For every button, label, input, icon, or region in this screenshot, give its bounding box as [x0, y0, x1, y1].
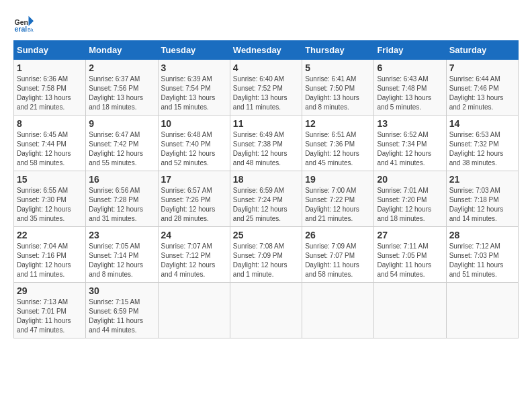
day-number: 10 [161, 118, 227, 129]
day-number: 6 [377, 62, 443, 73]
day-number: 2 [89, 62, 154, 73]
calendar-cell [374, 283, 446, 338]
day-number: 16 [89, 174, 154, 185]
calendar-cell: 13Sunrise: 6:52 AMSunset: 7:34 PMDayligh… [374, 116, 446, 171]
calendar-cell: 10Sunrise: 6:48 AMSunset: 7:40 PMDayligh… [158, 116, 230, 171]
day-number: 29 [17, 285, 83, 296]
calendar-cell: 7Sunrise: 6:44 AMSunset: 7:46 PMDaylight… [446, 60, 518, 116]
day-number: 19 [305, 174, 371, 185]
day-info: Sunrise: 6:51 AMSunset: 7:36 PMDaylight:… [305, 131, 359, 167]
day-info: Sunrise: 7:07 AMSunset: 7:12 PMDaylight:… [161, 242, 216, 278]
day-number: 7 [449, 62, 515, 73]
day-info: Sunrise: 7:03 AMSunset: 7:18 PMDaylight:… [449, 187, 504, 222]
calendar-cell: 30Sunrise: 7:15 AMSunset: 6:59 PMDayligh… [86, 283, 158, 338]
day-number: 30 [89, 285, 154, 296]
calendar-cell: 5Sunrise: 6:41 AMSunset: 7:50 PMDaylight… [302, 60, 374, 116]
day-number: 13 [377, 118, 443, 129]
day-info: Sunrise: 7:13 AMSunset: 7:01 PMDaylight:… [17, 298, 71, 334]
day-number: 28 [449, 230, 515, 240]
calendar-cell: 8Sunrise: 6:45 AMSunset: 7:44 PMDaylight… [14, 116, 86, 171]
header-thursday: Thursday [302, 41, 374, 60]
calendar-cell: 15Sunrise: 6:55 AMSunset: 7:30 PMDayligh… [14, 171, 86, 227]
calendar-cell: 27Sunrise: 7:11 AMSunset: 7:05 PMDayligh… [374, 227, 446, 283]
day-info: Sunrise: 6:48 AMSunset: 7:40 PMDaylight:… [161, 131, 216, 167]
day-info: Sunrise: 6:53 AMSunset: 7:32 PMDaylight:… [449, 131, 504, 167]
calendar-cell: 18Sunrise: 6:59 AMSunset: 7:24 PMDayligh… [230, 171, 302, 227]
day-info: Sunrise: 6:43 AMSunset: 7:48 PMDaylight:… [377, 75, 431, 111]
calendar-cell: 11Sunrise: 6:49 AMSunset: 7:38 PMDayligh… [230, 116, 302, 171]
day-number: 20 [377, 174, 443, 185]
calendar-cell: 4Sunrise: 6:40 AMSunset: 7:52 PMDaylight… [230, 60, 302, 116]
day-info: Sunrise: 6:55 AMSunset: 7:30 PMDaylight:… [17, 187, 71, 222]
day-info: Sunrise: 6:49 AMSunset: 7:38 PMDaylight:… [233, 131, 287, 167]
calendar-cell: 14Sunrise: 6:53 AMSunset: 7:32 PMDayligh… [446, 116, 518, 171]
calendar-cell: 1Sunrise: 6:36 AMSunset: 7:58 PMDaylight… [14, 60, 86, 116]
svg-marker-2 [29, 16, 34, 26]
day-info: Sunrise: 6:44 AMSunset: 7:46 PMDaylight:… [449, 75, 504, 111]
day-number: 3 [161, 62, 227, 73]
calendar-cell: 29Sunrise: 7:13 AMSunset: 7:01 PMDayligh… [14, 283, 86, 338]
day-info: Sunrise: 7:04 AMSunset: 7:16 PMDaylight:… [17, 242, 71, 278]
day-number: 24 [161, 230, 227, 240]
calendar-cell: 16Sunrise: 6:56 AMSunset: 7:28 PMDayligh… [86, 171, 158, 227]
day-info: Sunrise: 7:15 AMSunset: 6:59 PMDaylight:… [89, 298, 143, 334]
calendar-cell: 26Sunrise: 7:09 AMSunset: 7:07 PMDayligh… [302, 227, 374, 283]
calendar-cell: 25Sunrise: 7:08 AMSunset: 7:09 PMDayligh… [230, 227, 302, 283]
calendar-cell: 3Sunrise: 6:39 AMSunset: 7:54 PMDaylight… [158, 60, 230, 116]
header-friday: Friday [374, 41, 446, 60]
day-number: 23 [89, 230, 154, 240]
day-info: Sunrise: 6:39 AMSunset: 7:54 PMDaylight:… [161, 75, 216, 111]
calendar-cell: 17Sunrise: 6:57 AMSunset: 7:26 PMDayligh… [158, 171, 230, 227]
day-info: Sunrise: 6:47 AMSunset: 7:42 PMDaylight:… [89, 131, 143, 167]
calendar-table: SundayMondayTuesdayWednesdayThursdayFrid… [13, 40, 519, 338]
day-info: Sunrise: 6:59 AMSunset: 7:24 PMDaylight:… [233, 187, 287, 222]
day-number: 12 [305, 118, 371, 129]
day-number: 4 [233, 62, 299, 73]
logo-icon: Gen eral Blue [13, 13, 34, 34]
calendar-week-row: 22Sunrise: 7:04 AMSunset: 7:16 PMDayligh… [14, 227, 519, 283]
calendar-week-row: 15Sunrise: 6:55 AMSunset: 7:30 PMDayligh… [14, 171, 519, 227]
day-info: Sunrise: 7:11 AMSunset: 7:05 PMDaylight:… [377, 242, 431, 278]
svg-text:eral: eral [15, 25, 28, 33]
calendar-cell: 6Sunrise: 6:43 AMSunset: 7:48 PMDaylight… [374, 60, 446, 116]
day-info: Sunrise: 7:09 AMSunset: 7:07 PMDaylight:… [305, 242, 359, 278]
day-info: Sunrise: 7:05 AMSunset: 7:14 PMDaylight:… [89, 242, 143, 278]
day-info: Sunrise: 7:12 AMSunset: 7:03 PMDaylight:… [449, 242, 504, 278]
calendar-cell: 21Sunrise: 7:03 AMSunset: 7:18 PMDayligh… [446, 171, 518, 227]
day-info: Sunrise: 6:41 AMSunset: 7:50 PMDaylight:… [305, 75, 359, 111]
day-info: Sunrise: 7:08 AMSunset: 7:09 PMDaylight:… [233, 242, 287, 278]
day-info: Sunrise: 6:37 AMSunset: 7:56 PMDaylight:… [89, 75, 143, 111]
day-number: 11 [233, 118, 299, 129]
header-saturday: Saturday [446, 41, 518, 60]
calendar-cell [158, 283, 230, 338]
header-wednesday: Wednesday [230, 41, 302, 60]
day-info: Sunrise: 7:00 AMSunset: 7:22 PMDaylight:… [305, 187, 359, 222]
day-info: Sunrise: 7:01 AMSunset: 7:20 PMDaylight:… [377, 187, 431, 222]
svg-text:Blue: Blue [28, 27, 34, 33]
day-info: Sunrise: 6:56 AMSunset: 7:28 PMDaylight:… [89, 187, 143, 222]
logo: Gen eral Blue [13, 13, 36, 34]
calendar-week-row: 29Sunrise: 7:13 AMSunset: 7:01 PMDayligh… [14, 283, 519, 338]
day-number: 14 [449, 118, 515, 129]
calendar-cell [302, 283, 374, 338]
day-number: 8 [17, 118, 83, 129]
calendar-cell: 23Sunrise: 7:05 AMSunset: 7:14 PMDayligh… [86, 227, 158, 283]
day-number: 26 [305, 230, 371, 240]
day-info: Sunrise: 6:52 AMSunset: 7:34 PMDaylight:… [377, 131, 431, 167]
day-info: Sunrise: 6:45 AMSunset: 7:44 PMDaylight:… [17, 131, 71, 167]
day-info: Sunrise: 6:57 AMSunset: 7:26 PMDaylight:… [161, 187, 216, 222]
calendar-cell [446, 283, 518, 338]
calendar-week-row: 8Sunrise: 6:45 AMSunset: 7:44 PMDaylight… [14, 116, 519, 171]
page-header: Gen eral Blue [13, 13, 519, 34]
header-sunday: Sunday [14, 41, 86, 60]
day-info: Sunrise: 6:36 AMSunset: 7:58 PMDaylight:… [17, 75, 71, 111]
calendar-cell: 19Sunrise: 7:00 AMSunset: 7:22 PMDayligh… [302, 171, 374, 227]
day-number: 5 [305, 62, 371, 73]
day-number: 1 [17, 62, 83, 73]
day-number: 25 [233, 230, 299, 240]
day-number: 21 [449, 174, 515, 185]
calendar-week-row: 1Sunrise: 6:36 AMSunset: 7:58 PMDaylight… [14, 60, 519, 116]
day-number: 9 [89, 118, 154, 129]
day-info: Sunrise: 6:40 AMSunset: 7:52 PMDaylight:… [233, 75, 287, 111]
header-tuesday: Tuesday [158, 41, 230, 60]
